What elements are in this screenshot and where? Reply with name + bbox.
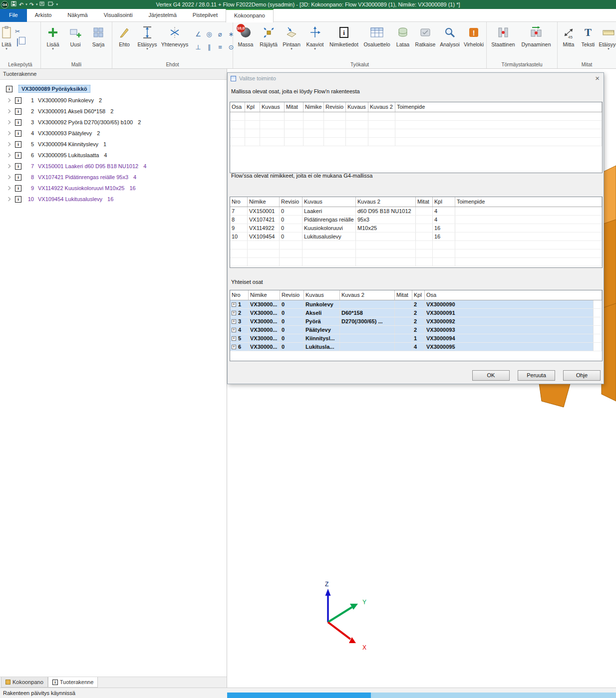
tree-item[interactable]: i 1 VX3000090 Runkolevy 2 [0, 95, 227, 106]
part-list-button[interactable]: Osaluettelo [361, 23, 393, 60]
column-header: Mitat [285, 102, 304, 112]
tree-item[interactable]: i 4 VX3000093 Päätylevy 2 [0, 128, 227, 139]
progress-bar [227, 693, 616, 698]
chevron-right-icon[interactable] [6, 175, 10, 179]
model-update-icon[interactable] [39, 0, 46, 8]
close-icon[interactable]: × [595, 75, 600, 82]
common-part-row[interactable]: +2 VX30000... 0 Akseli D60*158 2 VX30000… [230, 309, 602, 317]
expand-plus-icon[interactable]: + [232, 328, 236, 332]
menu-tab[interactable]: Näkymä [59, 9, 95, 22]
tree-item[interactable]: i 8 VX107421 Pidätinrengas reiälle 95x3 … [0, 172, 227, 183]
coincidence-button[interactable]: Yhtenevyys [159, 23, 190, 60]
redo-button[interactable]: ↷ [29, 0, 34, 8]
tree-item[interactable]: i 5 VX3000094 Kiinnityslevy 1 [0, 139, 227, 150]
item-info-button[interactable]: i Nimiketiedot [327, 23, 361, 60]
chevron-right-icon[interactable] [6, 131, 10, 135]
expand-plus-icon[interactable]: + [232, 319, 236, 324]
expand-plus-icon[interactable]: + [232, 302, 236, 307]
tree-item[interactable]: i 7 VX150001 Laakeri d60 D95 B18 NU1012 … [0, 161, 227, 172]
measure-button[interactable]: 45 Mitta [559, 23, 579, 60]
paste-button[interactable]: Liitä ▾ [1, 23, 12, 60]
menu-tab[interactable]: Visualisointi [96, 9, 141, 22]
cut-button[interactable]: ✂ [15, 28, 20, 35]
add-button[interactable]: Lisää ▾ [42, 23, 64, 60]
bottom-tab-tuoterakenne[interactable]: i Tuoterakenne [48, 677, 98, 688]
axis-triad: Z Y X [325, 581, 366, 651]
mass-button[interactable]: 10,0 Massa [234, 23, 257, 60]
tree-root-item[interactable]: i VX3000089 Pyöräyksikkö [6, 85, 227, 93]
ok-button[interactable]: OK [472, 370, 510, 381]
constraint-button[interactable]: Ehto [113, 23, 135, 60]
flow-item-row[interactable]: 10 VX109454 0 Lukitusaluslevy 16 [230, 233, 602, 241]
common-part-row[interactable]: +1 VX30000... 0 Runkolevy 2 VX3000090 [230, 300, 602, 309]
new-part-icon [69, 24, 81, 40]
column-header: Revisio [280, 197, 303, 207]
database-icon [397, 24, 408, 40]
diagrams-button[interactable]: Kaaviot ▾ [303, 23, 327, 60]
undo-button[interactable]: ↶ [18, 0, 24, 8]
menu-tab[interactable]: File [0, 9, 27, 22]
menu-tab[interactable]: Järjestelmä [141, 9, 185, 22]
expand-plus-icon[interactable]: + [232, 311, 236, 315]
bottom-tab-kokoonpano[interactable]: Kokoonpano [1, 677, 48, 688]
flow-item-row[interactable]: 9 VX114922 0 Kuusiokoloruuvi M10x25 16 [230, 224, 602, 233]
tree-item[interactable]: i 3 VX3000092 Pyörä D270(/300/65) b100 2 [0, 117, 227, 128]
common-part-row[interactable]: +3 VX30000... 0 Pyörä D270(/300/65) ... … [230, 317, 602, 326]
explode-button[interactable]: Räjäytä [257, 23, 280, 60]
chevron-right-icon[interactable] [6, 142, 10, 146]
new-button[interactable]: Uusi [64, 23, 87, 60]
solve-button[interactable]: Ratkaise [413, 23, 438, 60]
constraint-type-icon[interactable]: ⌀ [215, 29, 225, 41]
info-icon: i [6, 86, 12, 92]
chevron-right-icon[interactable] [6, 153, 10, 157]
menu-tab[interactable]: Kokoonpano [226, 9, 274, 22]
tree-item[interactable]: i 9 VX114922 Kuusiokoloruuvi M10x25 16 [0, 183, 227, 194]
row-filler [594, 326, 602, 334]
chevron-right-icon[interactable] [6, 186, 10, 190]
distance-constraint-button[interactable]: Etäisyys ▾ [135, 23, 159, 60]
to-surface-button[interactable]: Pintaan ▾ [280, 23, 303, 60]
flow-item-row[interactable]: 8 VX107421 0 Pidätinrengas reiälle 95x3 … [230, 216, 602, 224]
save-button[interactable] [10, 0, 17, 8]
column-header: Osa [230, 102, 245, 112]
model-settings-icon[interactable] [47, 0, 54, 8]
menu-tab[interactable]: Pistepilvet [185, 9, 226, 22]
tree-item[interactable]: i 10 VX109454 Lukitusaluslevy 16 [0, 194, 227, 205]
app-logo[interactable]: G4 [1, 1, 8, 8]
constraint-type-icon[interactable]: ◎ [204, 29, 214, 41]
load-button[interactable]: Lataa [393, 23, 413, 60]
quick-access-customize-icon[interactable]: ▾ [56, 2, 58, 6]
expand-plus-icon[interactable]: + [232, 336, 236, 341]
distance-measure-button[interactable]: Etäisyys ▾ [598, 23, 616, 60]
copy-button[interactable] [17, 39, 18, 46]
help-button[interactable]: Ohje [563, 370, 601, 381]
tree-item[interactable]: i 2 VX3000091 Akseli D60*158 2 [0, 106, 227, 117]
constraint-type-icon[interactable]: ≡ [215, 42, 225, 54]
undo-caret-icon[interactable]: ▾ [25, 2, 27, 6]
redo-caret-icon[interactable]: ▾ [36, 2, 38, 6]
dropdown-caret-icon: ▾ [52, 47, 54, 50]
constraint-type-icon[interactable]: ⊥ [193, 42, 203, 54]
chevron-right-icon[interactable] [6, 120, 10, 124]
common-part-row[interactable]: +4 VX30000... 0 Päätylevy 2 VX3000093 [230, 326, 602, 334]
chevron-right-icon[interactable] [6, 197, 10, 201]
chevron-right-icon[interactable] [6, 109, 10, 113]
static-collision-button[interactable]: Staattinen [488, 23, 519, 60]
constraint-type-icon[interactable]: ∥ [204, 42, 214, 54]
constraint-type-icon[interactable]: ∠ [193, 29, 203, 41]
common-part-row[interactable]: +6 VX30000... 0 Lukitusla... 4 VX3000095 [230, 343, 602, 351]
series-button[interactable]: Sarja [87, 23, 110, 60]
menu-tab[interactable]: Arkisto [27, 9, 60, 22]
cancel-button[interactable]: Peruuta [518, 370, 555, 381]
text-button[interactable]: T Teksti [579, 23, 598, 60]
common-part-row[interactable]: +5 VX30000... 0 Kiinnitysl... 1 VX300009… [230, 334, 602, 343]
analyze-button[interactable]: Analysoi [438, 23, 462, 60]
chevron-right-icon[interactable] [6, 98, 10, 102]
tree-item[interactable]: i 6 VX3000095 Lukituslaatta 4 [0, 150, 227, 161]
chevron-right-icon[interactable] [6, 164, 10, 168]
dynamic-collision-button[interactable]: Dynaaminen [519, 23, 554, 60]
flow-item-row[interactable]: 7 VX150001 0 Laakeri d60 D95 B18 NU1012 … [230, 207, 602, 216]
dialog-titlebar[interactable]: Valitse toiminto × [228, 73, 604, 84]
error-log-button[interactable]: ! Virheloki [462, 23, 486, 60]
expand-plus-icon[interactable]: + [232, 345, 236, 349]
